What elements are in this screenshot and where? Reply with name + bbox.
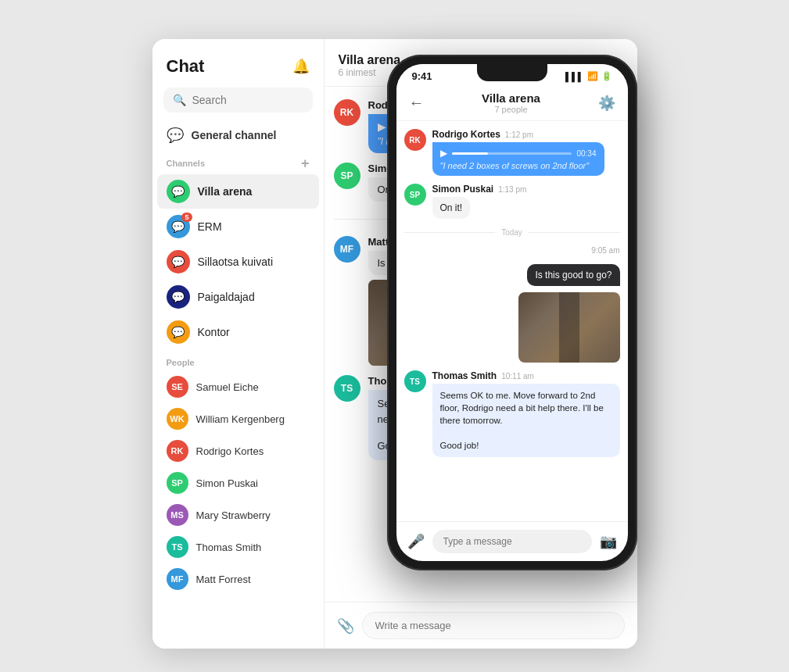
channel-item-villa-arena[interactable]: 💬 Villa arena (157, 174, 319, 209)
search-bar[interactable]: 🔍 (163, 88, 313, 113)
person-item-thomas[interactable]: TS Thomas Smith (157, 531, 319, 563)
channel-name-paigaldajad: Paigaldajad (198, 291, 255, 303)
phone-msg-time: 10:11 am (501, 372, 534, 381)
person-name-samuel: Samuel Eiche (196, 381, 259, 393)
phone-status-icons: ▌▌▌ 📶 🔋 (565, 71, 611, 81)
person-name-mary: Mary Strawberry (196, 509, 271, 521)
channel-item-erm[interactable]: 💬 5 ERM (157, 209, 319, 244)
phone-ts-bubble: Seems OK to me. Move forward to 2nd floo… (432, 384, 620, 457)
phone-divider-text: Today (501, 228, 522, 237)
phone-time: 9:41 (412, 70, 432, 82)
phone-msg-content: Rodrigo Kortes 1:12 pm ▶ 00:34 (432, 129, 620, 176)
avatar-rodrigo: RK (167, 440, 188, 462)
bell-icon[interactable]: 🔔 (292, 58, 310, 75)
people-list: SE Samuel Eiche WK William Kergenberg RK… (152, 370, 324, 595)
phone-screen: 9:41 ▌▌▌ 📶 🔋 ← Villa arena 7 people ⚙️ (396, 64, 628, 561)
avatar-ts: TS (334, 375, 360, 402)
phone-message-row: RK Rodrigo Kortes 1:12 pm ▶ (404, 129, 620, 176)
channels-section-label: Channels + (152, 153, 324, 173)
search-input[interactable] (192, 94, 303, 106)
phone-chat-header: ← Villa arena 7 people ⚙️ (396, 85, 628, 121)
message-input[interactable] (362, 612, 625, 639)
phone-outgoing-bubble: Is this good to go? (527, 264, 619, 286)
phone-container: 9:41 ▌▌▌ 📶 🔋 ← Villa arena 7 people ⚙️ (387, 55, 653, 570)
avatar-mary: MS (167, 504, 188, 526)
channel-icon-symbol: 💬 (171, 256, 185, 268)
person-item-william[interactable]: WK William Kergenberg (157, 403, 319, 434)
phone-msg-sender: Simon Puskai (432, 184, 494, 195)
phone-message-input[interactable] (432, 530, 592, 553)
channel-name-sillaotsa: Sillaotsa kuivati (198, 256, 274, 268)
phone-chat-subtitle: 7 people (482, 105, 540, 114)
general-channel-label: General channel (192, 129, 277, 141)
phone-divider-line (529, 232, 620, 233)
channels-list: 💬 Villa arena 💬 5 ERM 💬 Sillaotsa kuivat (152, 173, 324, 350)
phone-msg-time: 1:12 pm (505, 130, 533, 139)
people-section-label: People (152, 355, 324, 370)
avatar-matt: MF (167, 568, 188, 590)
person-item-rodrigo[interactable]: RK Rodrigo Kortes (157, 435, 319, 466)
channel-icon-symbol: 💬 (171, 220, 185, 233)
camera-icon[interactable]: 📷 (600, 533, 617, 550)
phone-voice-quote: "I need 2 boxes of screws on 2nd floor" (440, 161, 597, 170)
general-channel-item[interactable]: 💬 General channel (152, 120, 324, 150)
phone-input-area: 🎤 📷 (396, 521, 628, 561)
person-item-samuel[interactable]: SE Samuel Eiche (157, 371, 319, 402)
phone-title-area: Villa arena 7 people (482, 91, 540, 114)
channel-icon-symbol: 💬 (171, 326, 185, 338)
phone-voice-progress (452, 152, 488, 155)
add-channel-button[interactable]: + (301, 156, 310, 170)
phone-voice-duration: 00:34 (576, 149, 596, 158)
attach-icon[interactable]: 📎 (337, 617, 354, 634)
phone-msg-content: Thomas Smith 10:11 am Seems OK to me. Mo… (432, 370, 620, 457)
phone-avatar-sp: SP (404, 184, 426, 206)
person-name-rodrigo: Rodrigo Kortes (196, 445, 264, 457)
person-item-simon[interactable]: SP Simon Puskai (157, 467, 319, 499)
wifi-icon: 📶 (587, 71, 598, 81)
phone-msg-time: 1:13 pm (498, 185, 526, 194)
microphone-icon[interactable]: 🎤 (407, 533, 425, 550)
channel-item-sillaotsa[interactable]: 💬 Sillaotsa kuivati (157, 245, 319, 279)
phone-voice-message[interactable]: ▶ 00:34 "I need 2 boxes of screws on 2nd… (432, 142, 604, 176)
channel-icon-kontor: 💬 (167, 320, 190, 344)
phone-settings-icon[interactable]: ⚙️ (598, 95, 615, 112)
phone-avatar-rk: RK (404, 129, 426, 151)
phone-voice-bar (452, 152, 572, 155)
phone-status-bar: 9:41 ▌▌▌ 📶 🔋 (396, 64, 628, 85)
channel-item-kontor[interactable]: 💬 Kontor (157, 315, 319, 349)
channel-icon-symbol: 💬 (171, 185, 185, 198)
channel-name-kontor: Kontor (198, 326, 230, 338)
play-icon[interactable]: ▶ (378, 120, 386, 133)
phone-avatar-ts: TS (404, 370, 426, 392)
avatar-sp: SP (334, 163, 360, 189)
badge-erm: 5 (181, 213, 192, 222)
app-title: Chat (167, 56, 205, 77)
channel-item-paigaldajad[interactable]: 💬 Paigaldajad (157, 280, 319, 314)
avatar-samuel: SE (167, 376, 188, 398)
channel-name-villa-arena: Villa arena (198, 185, 253, 198)
chat-input-area: 📎 (325, 602, 637, 649)
phone-corridor-image (518, 292, 620, 363)
back-button[interactable]: ← (409, 94, 425, 112)
phone-message-bubble: On it! (432, 197, 471, 219)
sidebar: Chat 🔔 🔍 💬 General channel Channels + 💬 (152, 39, 325, 649)
person-name-matt: Matt Forrest (196, 574, 251, 585)
signal-icon: ▌▌▌ (565, 72, 583, 81)
person-name-william: William Kergenberg (196, 413, 285, 425)
phone-msg-sender: Thomas Smith (432, 370, 497, 381)
avatar-thomas: TS (167, 536, 188, 558)
search-icon: 🔍 (173, 94, 186, 106)
person-item-matt[interactable]: MF Matt Forrest (157, 563, 319, 595)
phone-divider-line (404, 232, 496, 233)
phone-play-icon[interactable]: ▶ (440, 148, 447, 159)
avatar-simon: SP (167, 472, 188, 494)
phone-outgoing-row: 9:05 am Is this good to go? (404, 246, 620, 363)
battery-icon: 🔋 (601, 71, 612, 81)
person-item-mary[interactable]: MS Mary Strawberry (157, 499, 319, 531)
person-name-simon: Simon Puskai (196, 477, 258, 489)
phone-frame: 9:41 ▌▌▌ 📶 🔋 ← Villa arena 7 people ⚙️ (387, 55, 637, 570)
phone-message-row: TS Thomas Smith 10:11 am Seems OK to me.… (404, 370, 620, 457)
phone-chat-title: Villa arena (482, 91, 540, 105)
person-name-thomas: Thomas Smith (196, 542, 262, 553)
phone-today-divider: Today (404, 228, 620, 237)
